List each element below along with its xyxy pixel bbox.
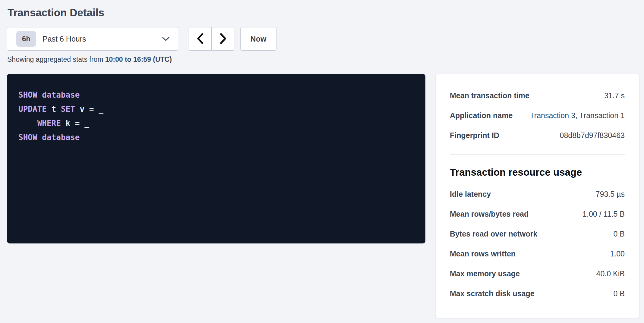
detail-row-value: 1.00 xyxy=(610,249,625,258)
aggregation-subtitle-range: 10:00 to 16:59 (UTC) xyxy=(105,55,172,63)
detail-row-label: Mean rows/bytes read xyxy=(450,210,529,218)
summary-rows: Mean transaction time31.7 sApplication n… xyxy=(450,86,625,145)
detail-row-value: 0 B xyxy=(613,230,625,238)
detail-row-label: Application name xyxy=(450,111,513,120)
sql-line: SHOW database xyxy=(18,88,414,102)
detail-row: Mean rows/bytes read1.00 / 11.5 B xyxy=(450,204,625,224)
chevron-left-icon xyxy=(196,33,204,45)
detail-row: Application nameTransaction 3, Transacti… xyxy=(450,105,625,125)
detail-row-label: Mean transaction time xyxy=(450,91,529,100)
transaction-details-page: Transaction Details 6h Past 6 Hours xyxy=(0,0,644,318)
sql-token: v = _ xyxy=(75,105,103,114)
sql-token: SHOW xyxy=(18,133,37,142)
detail-row-label: Max scratch disk usage xyxy=(450,289,535,298)
sql-token xyxy=(37,90,42,99)
detail-row-label: Fingerprint ID xyxy=(450,131,499,140)
sql-token: database xyxy=(42,133,80,142)
detail-row-value: 1.00 / 11.5 B xyxy=(582,210,625,218)
sql-line: WHERE k = _ xyxy=(18,116,414,130)
resource-usage-heading: Transaction resource usage xyxy=(450,167,625,178)
aggregation-subtitle-prefix: Showing aggregated stats from xyxy=(7,55,105,63)
sql-code: SHOW databaseUPDATE t SET v = _ WHERE k … xyxy=(18,88,414,145)
time-range-picker[interactable]: 6h Past 6 Hours xyxy=(7,27,178,51)
sql-line: UPDATE t SET v = _ xyxy=(18,102,414,116)
detail-row-label: Mean rows written xyxy=(450,249,516,258)
sql-token: WHERE xyxy=(37,119,61,128)
sql-token: SET xyxy=(61,105,75,114)
now-button[interactable]: Now xyxy=(240,27,276,51)
sql-token: k = _ xyxy=(61,119,89,128)
aggregation-subtitle: Showing aggregated stats from 10:00 to 1… xyxy=(7,55,639,64)
detail-row: Fingerprint ID08d8b7d97f830463 xyxy=(450,125,625,145)
chevron-right-icon xyxy=(219,33,227,45)
sql-statements-box: SHOW databaseUPDATE t SET v = _ WHERE k … xyxy=(7,74,425,243)
detail-row-value: 40.0 KiB xyxy=(596,269,625,278)
detail-row-value: 0 B xyxy=(613,289,625,298)
sql-token: UPDATE xyxy=(18,105,47,114)
sql-token xyxy=(37,133,42,142)
card-divider xyxy=(450,154,625,155)
detail-row: Max memory usage40.0 KiB xyxy=(450,264,625,284)
time-controls-row: 6h Past 6 Hours xyxy=(7,27,639,51)
detail-row: Mean rows written1.00 xyxy=(450,244,625,264)
sql-line: SHOW database xyxy=(18,130,414,145)
detail-row-label: Bytes read over network xyxy=(450,230,537,238)
resource-rows: Idle latency793.5 µsMean rows/bytes read… xyxy=(450,184,625,303)
content-row: SHOW databaseUPDATE t SET v = _ WHERE k … xyxy=(7,74,639,318)
prev-time-button[interactable] xyxy=(188,27,212,51)
sql-token: t xyxy=(47,105,61,114)
detail-row: Bytes read over network0 B xyxy=(450,224,625,244)
next-time-button[interactable] xyxy=(211,27,235,51)
chevron-down-icon xyxy=(162,37,170,41)
time-nav-button-group xyxy=(188,27,235,51)
detail-row-value: 31.7 s xyxy=(604,91,625,100)
detail-row-value: 793.5 µs xyxy=(596,190,625,198)
detail-row: Idle latency793.5 µs xyxy=(450,184,625,204)
detail-row-label: Idle latency xyxy=(450,190,491,198)
detail-row-value: 08d8b7d97f830463 xyxy=(560,131,625,140)
detail-row-value: Transaction 3, Transaction 1 xyxy=(530,111,625,120)
detail-row: Mean transaction time31.7 s xyxy=(450,86,625,105)
transaction-details-card: Mean transaction time31.7 sApplication n… xyxy=(435,74,639,318)
detail-row-label: Max memory usage xyxy=(450,269,520,278)
time-range-badge: 6h xyxy=(16,31,36,47)
time-range-label: Past 6 Hours xyxy=(43,35,86,43)
sql-token: database xyxy=(42,90,80,99)
sql-token: SHOW xyxy=(18,90,37,99)
sql-token xyxy=(18,119,37,128)
detail-row: Max scratch disk usage0 B xyxy=(450,284,625,303)
page-title: Transaction Details xyxy=(8,5,639,20)
